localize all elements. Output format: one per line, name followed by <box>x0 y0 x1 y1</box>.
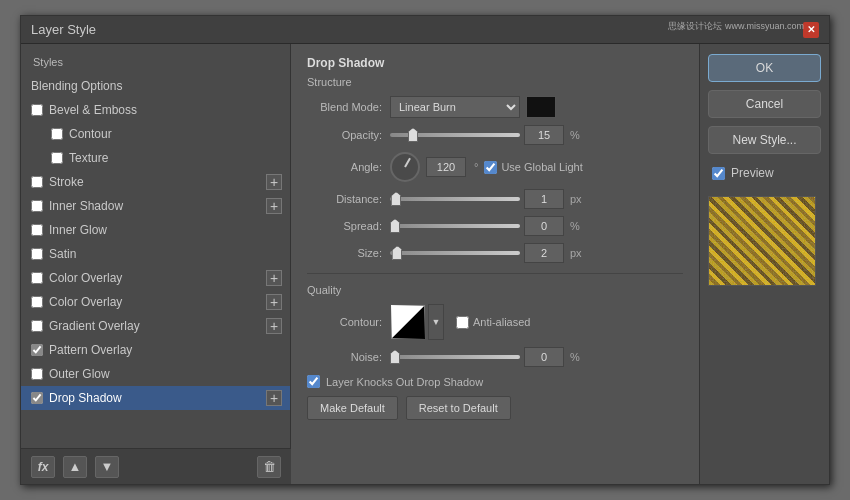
blend-color-swatch[interactable] <box>526 96 556 118</box>
color-overlay-2-checkbox[interactable] <box>31 296 43 308</box>
blend-mode-label: Blend Mode: <box>307 101 382 113</box>
pattern-overlay-checkbox[interactable] <box>31 344 43 356</box>
distance-slider-container: px <box>390 189 582 209</box>
noise-unit: % <box>570 351 580 363</box>
drop-shadow-checkbox[interactable] <box>31 392 43 404</box>
size-slider-container: px <box>390 243 582 263</box>
move-down-button[interactable]: ▼ <box>95 456 119 478</box>
texture-checkbox[interactable] <box>51 152 63 164</box>
angle-container: ° Use Global Light <box>390 152 583 182</box>
color-overlay-2-add-button[interactable]: + <box>266 294 282 310</box>
opacity-slider[interactable] <box>390 133 520 137</box>
noise-slider-container: % <box>390 347 580 367</box>
cancel-button[interactable]: Cancel <box>708 90 821 118</box>
layer-knocks-label: Layer Knocks Out Drop Shadow <box>326 376 483 388</box>
contour-dropdown-button[interactable]: ▼ <box>428 304 444 340</box>
distance-slider[interactable] <box>390 197 520 201</box>
global-light-checkbox[interactable] <box>484 161 497 174</box>
preview-checkbox[interactable] <box>712 167 725 180</box>
spread-slider[interactable] <box>390 224 520 228</box>
move-up-button[interactable]: ▲ <box>63 456 87 478</box>
sidebar-item-stroke[interactable]: Stroke + <box>21 170 290 194</box>
stroke-add-button[interactable]: + <box>266 174 282 190</box>
inner-glow-checkbox[interactable] <box>31 224 43 236</box>
sidebar-item-inner-shadow[interactable]: Inner Shadow + <box>21 194 290 218</box>
opacity-slider-container: % <box>390 125 580 145</box>
sidebar-item-inner-glow[interactable]: Inner Glow <box>21 218 290 242</box>
noise-row: Noise: % <box>307 347 683 367</box>
layer-knocks-checkbox[interactable] <box>307 375 320 388</box>
new-style-button[interactable]: New Style... <box>708 126 821 154</box>
make-default-button[interactable]: Make Default <box>307 396 398 420</box>
bevel-emboss-checkbox[interactable] <box>31 104 43 116</box>
color-overlay-2-label: Color Overlay <box>49 295 122 309</box>
noise-input[interactable] <box>524 347 564 367</box>
right-panel: OK Cancel New Style... Preview <box>699 44 829 484</box>
watermark: 思缘设计论坛 www.missyuan.com <box>668 20 804 33</box>
section-title: Drop Shadow <box>307 56 683 70</box>
color-overlay-1-add-button[interactable]: + <box>266 270 282 286</box>
opacity-unit: % <box>570 129 580 141</box>
noise-label: Noise: <box>307 351 382 363</box>
color-overlay-1-checkbox[interactable] <box>31 272 43 284</box>
distance-input[interactable] <box>524 189 564 209</box>
global-light-label[interactable]: Use Global Light <box>484 161 582 174</box>
satin-checkbox[interactable] <box>31 248 43 260</box>
sidebar-item-color-overlay-1[interactable]: Color Overlay + <box>21 266 290 290</box>
sidebar-item-bevel-emboss[interactable]: Bevel & Emboss <box>21 98 290 122</box>
opacity-input[interactable] <box>524 125 564 145</box>
spread-input[interactable] <box>524 216 564 236</box>
noise-slider[interactable] <box>390 355 520 359</box>
sidebar-item-outer-glow[interactable]: Outer Glow <box>21 362 290 386</box>
delete-button[interactable]: 🗑 <box>257 456 281 478</box>
sidebar-item-color-overlay-2[interactable]: Color Overlay + <box>21 290 290 314</box>
preview-thumbnail <box>708 196 816 286</box>
sidebar-item-gradient-overlay[interactable]: Gradient Overlay + <box>21 314 290 338</box>
distance-row: Distance: px <box>307 189 683 209</box>
reset-default-button[interactable]: Reset to Default <box>406 396 511 420</box>
anti-aliased-label[interactable]: Anti-aliased <box>456 316 530 329</box>
distance-label: Distance: <box>307 193 382 205</box>
inner-shadow-add-button[interactable]: + <box>266 198 282 214</box>
gradient-overlay-add-button[interactable]: + <box>266 318 282 334</box>
size-label: Size: <box>307 247 382 259</box>
size-unit: px <box>570 247 582 259</box>
sidebar-item-texture[interactable]: Texture <box>21 146 290 170</box>
anti-aliased-checkbox[interactable] <box>456 316 469 329</box>
gradient-overlay-checkbox[interactable] <box>31 320 43 332</box>
satin-label: Satin <box>49 247 76 261</box>
preview-checkbox-label[interactable]: Preview <box>708 162 821 184</box>
drop-shadow-add-button[interactable]: + <box>266 390 282 406</box>
size-slider[interactable] <box>390 251 520 255</box>
middle-panel: Drop Shadow Structure Blend Mode: Linear… <box>291 44 699 484</box>
inner-shadow-label: Inner Shadow <box>49 199 123 213</box>
blend-mode-row: Blend Mode: Linear Burn Normal Multiply … <box>307 96 683 118</box>
angle-dial[interactable] <box>390 152 420 182</box>
divider-1 <box>307 273 683 274</box>
angle-unit: ° <box>474 161 478 173</box>
contour-quality-label: Contour: <box>307 316 382 328</box>
contour-checkbox[interactable] <box>51 128 63 140</box>
sidebar-item-pattern-overlay[interactable]: Pattern Overlay <box>21 338 290 362</box>
sidebar-item-blending-options[interactable]: Blending Options <box>21 74 290 98</box>
angle-input[interactable] <box>426 157 466 177</box>
drop-shadow-label: Drop Shadow <box>49 391 122 405</box>
fx-button[interactable]: fx <box>31 456 55 478</box>
sidebar-item-drop-shadow[interactable]: Drop Shadow + <box>21 386 290 410</box>
contour-select: ▼ Anti-aliased <box>390 304 530 340</box>
contour-row: Contour: ▼ Anti-aliased <box>307 304 683 340</box>
size-input[interactable] <box>524 243 564 263</box>
title-bar: Layer Style 思缘设计论坛 www.missyuan.com ✕ <box>21 16 829 44</box>
sidebar-item-contour[interactable]: Contour <box>21 122 290 146</box>
inner-shadow-checkbox[interactable] <box>31 200 43 212</box>
stroke-checkbox[interactable] <box>31 176 43 188</box>
close-button[interactable]: ✕ <box>803 22 819 38</box>
bottom-bar: fx ▲ ▼ 🗑 <box>21 448 291 484</box>
ok-button[interactable]: OK <box>708 54 821 82</box>
layer-style-dialog: Layer Style 思缘设计论坛 www.missyuan.com ✕ St… <box>20 15 830 485</box>
sidebar-item-satin[interactable]: Satin <box>21 242 290 266</box>
blend-mode-select[interactable]: Linear Burn Normal Multiply Screen Overl… <box>390 96 520 118</box>
contour-preview[interactable] <box>390 304 426 340</box>
dialog-body: Styles Blending Options Bevel & Emboss C… <box>21 44 829 484</box>
outer-glow-checkbox[interactable] <box>31 368 43 380</box>
